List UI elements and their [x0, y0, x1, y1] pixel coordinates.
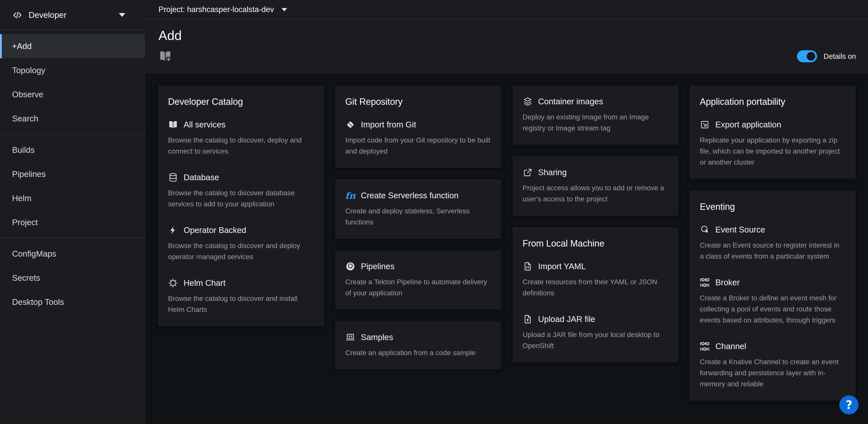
add-item-all-services[interactable]: All services Browse the catalog to disco…	[168, 120, 314, 157]
card-serverless-function: fn Create Serverless function Create and…	[335, 179, 501, 239]
layers-icon	[523, 96, 533, 107]
item-title[interactable]: Create Serverless function	[361, 191, 459, 200]
perspective-label: Developer	[29, 10, 119, 20]
card-eventing: Eventing Event Source	[690, 191, 856, 401]
add-item-container-images[interactable]: Container images Deploy an existing Imag…	[523, 96, 668, 134]
item-description: Create a Knative Channel to create an ev…	[700, 357, 845, 390]
grid-column-1: Developer Catalog All services Bro	[158, 85, 324, 326]
item-description: Create an application from a code sample	[345, 347, 491, 359]
item-title[interactable]: Sharing	[538, 168, 567, 177]
sidebar-nav: +Add Topology Observe Search Builds Pipe…	[0, 30, 145, 314]
item-description: Import code from your Git repository to …	[345, 135, 491, 157]
add-options-grid: Developer Catalog All services Bro	[146, 74, 868, 424]
add-item-event-source[interactable]: Event Source Create an Event source to r…	[700, 225, 845, 262]
openshift-console-add-page: Developer +Add Topology Observe Search B…	[0, 0, 868, 424]
file-code-icon	[523, 261, 533, 272]
item-description: Create resources from their YAML or JSON…	[523, 277, 668, 299]
card-samples: Samples Create an application from a cod…	[335, 321, 501, 369]
sidebar-item-observe[interactable]: Observe	[0, 82, 145, 107]
item-description: Upload a JAR file from your local deskto…	[523, 329, 668, 351]
add-item-import-yaml[interactable]: Import YAML Create resources from their …	[523, 261, 668, 299]
card-title: Developer Catalog	[168, 96, 314, 107]
add-item-operator-backed[interactable]: Operator Backed Browse the catalog to di…	[168, 225, 314, 262]
add-item-broker[interactable]: Broker Create a Broker to define an even…	[700, 278, 845, 326]
item-description: Deploy an existing Image from an Image r…	[523, 112, 668, 134]
lightning-bolt-icon	[168, 225, 178, 235]
grid-column-3: Container images Deploy an existing Imag…	[513, 85, 678, 362]
details-toggle[interactable]	[797, 50, 817, 62]
chevron-down-icon	[119, 13, 125, 17]
sidebar-item-pipelines[interactable]: Pipelines	[0, 162, 145, 186]
add-item-helm-chart[interactable]: Helm Chart Browse the catalog to discove…	[168, 278, 314, 315]
add-item-export-application[interactable]: Export application Replicate your applic…	[700, 120, 845, 168]
item-description: Replicate your application by exporting …	[700, 135, 845, 168]
card-title: Git Repository	[345, 96, 491, 107]
sidebar-item-secrets[interactable]: Secrets	[0, 266, 145, 290]
perspective-switcher[interactable]: Developer	[0, 0, 145, 30]
sidebar-item-add[interactable]: +Add	[0, 34, 145, 58]
add-item-pipelines[interactable]: Pipelines Create a Tekton Pipeline to au…	[345, 261, 491, 299]
card-container-images: Container images Deploy an existing Imag…	[513, 85, 678, 145]
export-icon	[700, 120, 710, 130]
item-description: Project access allows you to add or remo…	[523, 182, 668, 205]
project-selector[interactable]: Project: harshcasper-localsta-dev	[158, 5, 274, 14]
grid-column-2: Git Repository Import	[335, 85, 501, 369]
card-pipelines: Pipelines Create a Tekton Pipeline to au…	[335, 250, 501, 310]
code-perspective-icon	[12, 10, 23, 20]
item-title[interactable]: All services	[184, 120, 225, 130]
item-title[interactable]: Pipelines	[361, 262, 395, 271]
item-title[interactable]: Upload JAR file	[538, 314, 595, 324]
card-title: From Local Machine	[523, 238, 668, 249]
add-item-samples[interactable]: Samples Create an application from a cod…	[345, 332, 491, 359]
sidebar-item-helm[interactable]: Helm	[0, 186, 145, 210]
add-item-upload-jar-file[interactable]: Upload JAR file Upload a JAR file from y…	[523, 314, 668, 351]
main-area: Project: harshcasper-localsta-dev Add	[146, 0, 868, 424]
sidebar-item-configmaps[interactable]: ConfigMaps	[0, 242, 145, 266]
item-description: Browse the catalog to discover and insta…	[168, 293, 313, 315]
item-title[interactable]: Samples	[361, 333, 393, 342]
grid-column-4: Application portability Export applicati…	[690, 85, 856, 401]
details-toggle-label: Details on	[824, 52, 856, 61]
book-plus-icon[interactable]	[158, 50, 172, 63]
item-title[interactable]: Import from Git	[361, 120, 416, 130]
sidebar-item-search[interactable]: Search	[0, 107, 145, 131]
add-item-import-from-git[interactable]: Import from Git Import code from your Gi…	[345, 120, 491, 157]
sidebar-item-builds[interactable]: Builds	[0, 138, 145, 162]
add-item-create-serverless-function[interactable]: fn Create Serverless function Create and…	[345, 191, 491, 228]
function-icon: fn	[345, 191, 355, 201]
item-title[interactable]: Database	[184, 173, 219, 182]
item-description: Browse the catalog to discover, deploy a…	[168, 135, 313, 157]
item-description: Create a Tekton Pipeline to automate del…	[345, 277, 491, 299]
card-application-portability: Application portability Export applicati…	[690, 85, 856, 179]
item-title[interactable]: Channel	[715, 342, 746, 351]
book-open-icon	[168, 120, 178, 130]
item-title[interactable]: Helm Chart	[184, 278, 225, 288]
add-item-sharing[interactable]: Sharing Project access allows you to add…	[523, 167, 668, 205]
event-source-icon	[700, 225, 710, 235]
item-title[interactable]: Operator Backed	[184, 225, 246, 235]
file-upload-icon	[523, 314, 533, 324]
sidebar-item-project[interactable]: Project	[0, 210, 145, 234]
help-button[interactable]: ?	[839, 395, 859, 415]
sidebar-item-topology[interactable]: Topology	[0, 58, 145, 82]
item-description: Browse the catalog to discover and deplo…	[168, 240, 313, 262]
add-item-channel[interactable]: Channel Create a Knative Channel to crea…	[700, 341, 845, 390]
item-description: Create a Broker to define an event mesh …	[700, 292, 845, 326]
item-description: Browse the catalog to discover database …	[168, 188, 313, 209]
share-icon	[523, 167, 533, 177]
add-item-database[interactable]: Database Browse the catalog to discover …	[168, 172, 314, 209]
item-title[interactable]: Export application	[715, 120, 781, 130]
database-icon	[168, 172, 178, 182]
sidebar-item-desktop-tools[interactable]: Desktop Tools	[0, 290, 145, 314]
card-title: Application portability	[700, 96, 845, 107]
item-title[interactable]: Import YAML	[538, 262, 586, 271]
tekton-pipeline-icon	[345, 261, 355, 272]
chevron-down-icon	[282, 8, 287, 11]
details-toggle-group: Details on	[797, 50, 856, 62]
item-title[interactable]: Event Source	[715, 225, 765, 234]
channel-binary-icon	[700, 341, 710, 351]
item-title[interactable]: Container images	[538, 97, 603, 106]
card-from-local-machine: From Local Machine Import YAML	[513, 227, 678, 362]
helm-wheel-icon	[168, 278, 178, 288]
item-title[interactable]: Broker	[715, 278, 740, 287]
